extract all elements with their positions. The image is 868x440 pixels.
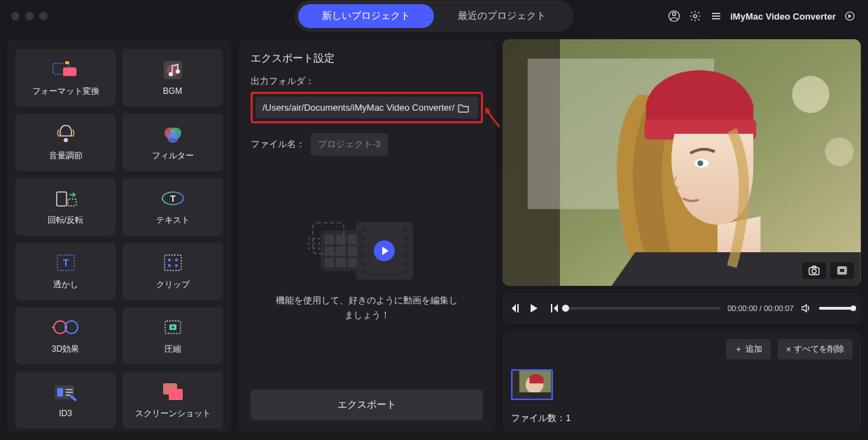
tool-label: 回転/反転 [48,214,83,226]
window-controls [11,12,48,20]
tab-new-project[interactable]: 新しいプロジェクト [298,4,434,28]
svg-point-22 [168,259,171,261]
menu-icon[interactable] [709,9,723,23]
svg-point-40 [792,76,830,113]
svg-rect-45 [839,268,845,273]
output-folder-field[interactable]: /Users/air/Documents/iMyMac Video Conver… [255,97,478,118]
tool-compress[interactable]: 圧縮 [122,307,223,364]
queue-thumbnail[interactable] [511,369,553,400]
text-icon: T [159,188,187,209]
svg-point-10 [176,69,180,74]
tool-label: 透かし [53,279,78,291]
watermark-icon: T [52,252,80,273]
export-button[interactable]: エクスポート [251,390,483,420]
screenshot-icon [159,381,187,402]
tool-label: クリップ [156,279,190,291]
tool-bgm[interactable]: BGM [122,49,223,106]
titlebar: 新しいプロジェクト 最近のプロジェクト iMyMac Video Convert… [0,0,868,32]
file-queue: ＋追加 ×すべてを削除 ファイル数：1 [503,331,861,433]
svg-point-41 [825,137,854,166]
filename-field[interactable]: プロジェクト-3 [311,133,388,156]
project-tabs: 新しいプロジェクト 最近のプロジェクト [295,1,573,32]
minimize-dot[interactable] [25,12,34,20]
volume-slider[interactable] [819,307,853,310]
svg-rect-21 [164,255,181,270]
tool-id3[interactable]: ID3 [15,371,115,429]
tool-label: ID3 [59,408,72,418]
prev-button[interactable] [511,303,522,314]
transport-bar: 00:00:00 / 00:00:07 [503,293,861,324]
tool-3d[interactable]: 3D効果 [15,307,115,364]
tool-label: フォーマット変換 [32,85,99,97]
rotate-icon [52,188,80,209]
empty-state: 機能を使用して、好きのように動画を編集しましょう！ [251,156,483,390]
svg-point-24 [168,264,171,267]
bgm-icon [159,60,187,81]
svg-point-39 [698,160,704,166]
svg-text:T: T [62,257,69,268]
tab-recent-project[interactable]: 最近のプロジェクト [434,4,570,28]
tool-label: 3D効果 [52,343,79,355]
svg-point-0 [673,13,676,16]
svg-rect-16 [68,199,76,206]
svg-rect-6 [65,61,69,64]
delete-all-button[interactable]: ×すべてを削除 [778,339,853,359]
hint-text: 機能を使用して、好きのように動画を編集しましょう！ [276,294,458,323]
output-folder-row-highlight: /Users/air/Documents/iMyMac Video Conver… [251,92,483,123]
time-display: 00:00:00 / 00:00:07 [727,304,794,312]
svg-point-43 [812,269,816,273]
play-button[interactable] [529,303,540,314]
id3-icon [52,382,80,403]
play-art-icon [356,222,413,280]
svg-rect-33 [169,389,183,400]
tool-screenshot[interactable]: スクリーンショット [122,371,223,429]
compress-icon [159,317,187,338]
tool-watermark[interactable]: T 透かし [15,242,115,300]
tool-clip[interactable]: クリップ [122,242,223,300]
svg-text:T: T [170,193,176,204]
callout-arrow-icon [478,104,506,130]
panel-heading: エクスポート設定 [251,52,483,65]
format-convert-icon [52,59,80,80]
tool-text[interactable]: T テキスト [122,178,223,235]
svg-point-25 [175,264,178,267]
tools-sidebar: フォーマット変換 BGM 音量調節 フィルター [7,39,231,433]
open-folder-icon[interactable] [457,102,470,114]
tool-label: スクリーンショット [135,408,211,420]
settings-icon[interactable] [688,9,702,23]
snapshot-button[interactable] [802,262,826,279]
video-preview [503,39,861,286]
tool-volume[interactable]: 音量調節 [15,114,115,171]
file-count: ファイル数：1 [511,412,853,425]
export-settings-panel: エクスポート設定 出力フォルダ： /Users/air/Documents/iM… [238,39,496,433]
account-icon[interactable] [667,9,681,23]
fullscreen-icon[interactable] [843,9,857,23]
svg-point-14 [167,132,178,143]
zoom-dot[interactable] [39,12,48,20]
svg-rect-5 [63,67,76,76]
volume-icon[interactable] [801,303,812,314]
fullscreen-button[interactable] [830,262,854,279]
filter-icon [159,123,187,144]
seek-bar[interactable] [566,307,720,310]
tool-rotate[interactable]: 回転/反転 [15,178,115,235]
svg-point-11 [64,138,68,142]
tool-format-convert[interactable]: フォーマット変換 [15,49,115,106]
tool-label: テキスト [156,214,190,226]
add-button[interactable]: ＋追加 [726,339,771,359]
grid-art-icon [321,231,361,271]
clip-icon [159,252,187,273]
volume-icon [52,123,80,144]
tool-filter[interactable]: フィルター [122,114,223,171]
tool-label: フィルター [152,150,194,162]
preview-frame [503,39,861,286]
svg-rect-15 [57,192,66,206]
close-dot[interactable] [11,12,20,20]
svg-point-23 [175,259,178,261]
filename-label: ファイル名： [251,138,305,151]
next-button[interactable] [547,303,559,314]
tool-label: BGM [163,86,182,96]
tool-label: 音量調節 [49,150,83,162]
output-folder-value: /Users/air/Documents/iMyMac Video Conver… [262,102,454,113]
app-title: iMyMac Video Converter [730,11,836,22]
